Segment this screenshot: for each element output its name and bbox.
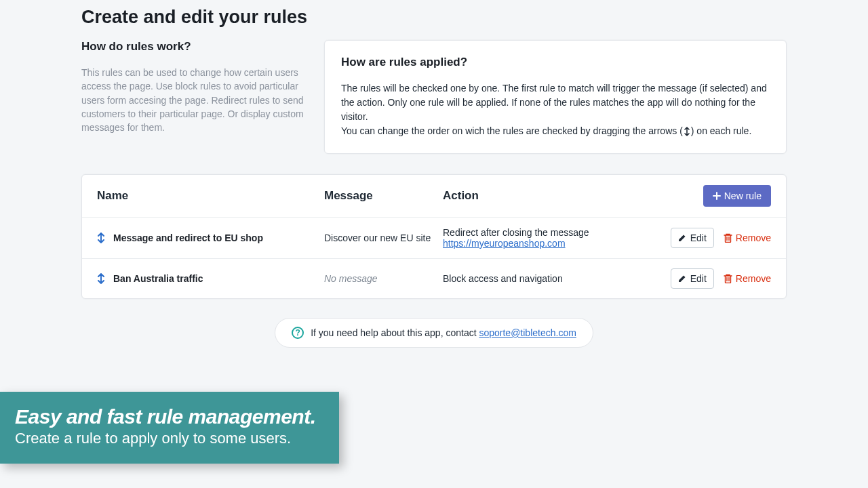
pencil-icon: [678, 234, 686, 242]
banner-title: Easy and fast rule management.: [15, 405, 316, 428]
table-row: Message and redirect to EU shop Discover…: [82, 218, 786, 259]
remove-label: Remove: [736, 232, 771, 243]
question-icon: ?: [292, 327, 304, 339]
trash-icon: [724, 274, 732, 283]
remove-button[interactable]: Remove: [724, 232, 771, 243]
table-row: Ban Australia traffic No message Block a…: [82, 259, 786, 298]
edit-label: Edit: [690, 232, 707, 243]
rule-action-link[interactable]: https://myeuropeanshop.com: [443, 238, 566, 249]
header-name: Name: [97, 189, 324, 203]
intro-left-heading: How do rules work?: [81, 40, 305, 54]
rule-message: Discover our new EU site: [324, 232, 443, 243]
new-rule-label: New rule: [724, 190, 762, 201]
help-pill: ? If you need help about this app, conta…: [275, 318, 593, 348]
header-action: Action: [443, 189, 703, 203]
intro-card-text1: The rules will be checked one by one. Th…: [341, 81, 770, 124]
rule-message: No message: [324, 273, 378, 284]
pencil-icon: [678, 274, 686, 283]
intro-left-text: This rules can be used to change how cer…: [81, 66, 305, 134]
page-title: Create and edit your rules: [81, 7, 787, 28]
intro-card-heading: How are rules applied?: [341, 56, 770, 69]
promo-banner: Easy and fast rule management. Create a …: [0, 392, 339, 464]
help-email-link[interactable]: soporte@tibletech.com: [479, 327, 576, 338]
edit-button[interactable]: Edit: [671, 268, 714, 289]
drag-handle-icon[interactable]: [97, 232, 105, 243]
banner-subtitle: Create a rule to apply only to some user…: [15, 430, 316, 447]
plus-icon: [713, 192, 721, 200]
intro-card: How are rules applied? The rules will be…: [324, 40, 787, 154]
rule-action-text: Block access and navigation: [443, 273, 671, 284]
remove-label: Remove: [736, 273, 771, 284]
remove-button[interactable]: Remove: [724, 273, 771, 284]
help-text: If you need help about this app, contact: [311, 327, 479, 338]
rule-name: Message and redirect to EU shop: [113, 232, 263, 243]
drag-handle-icon[interactable]: [97, 273, 105, 284]
edit-button[interactable]: Edit: [671, 228, 714, 248]
rule-action-text: Redirect after closing the message: [443, 227, 671, 238]
rule-name: Ban Australia traffic: [113, 273, 203, 284]
intro-card-text2-pre: You can change the order on wich the rul…: [341, 125, 683, 136]
intro-card-text2: You can change the order on wich the rul…: [341, 124, 770, 138]
edit-label: Edit: [690, 273, 707, 284]
rules-table: Name Message Action New rule Message and…: [81, 174, 787, 299]
trash-icon: [724, 233, 732, 243]
intro-card-text2-post: ) on each rule.: [691, 125, 752, 136]
header-message: Message: [324, 189, 443, 203]
updown-arrow-icon: [683, 127, 691, 136]
new-rule-button[interactable]: New rule: [703, 185, 771, 207]
